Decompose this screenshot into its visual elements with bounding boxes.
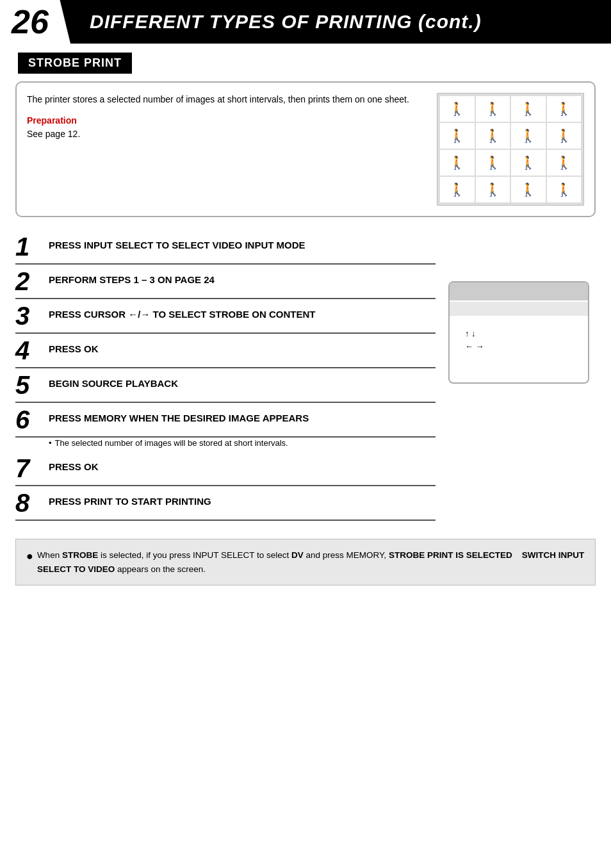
bottom-note-text: When STROBE is selected, if you press IN… <box>37 548 585 576</box>
bold-strobe: STROBE <box>62 550 98 560</box>
grid-cell: 🚶 <box>547 96 582 122</box>
step-row-8: 8 PRESS PRINT TO START PRINTING <box>15 486 436 521</box>
grid-cell: 🚶 <box>440 96 475 122</box>
step-text-8: PRESS PRINT TO START PRINTING <box>49 491 211 508</box>
step-number-6: 6 <box>15 407 44 432</box>
step-row-3: 3 PRESS CURSOR ←/→ TO SELECT STROBE ON C… <box>15 299 436 334</box>
bottom-note: ● When STROBE is selected, if you press … <box>15 539 596 585</box>
arrow-line1: ↑ ↓ <box>465 327 476 340</box>
step-row-7: 7 PRESS OK <box>15 452 436 486</box>
bold-message: STROBE PRINT IS SELECTED SWITCH INPUT SE… <box>37 550 584 574</box>
step-text-6: PRESS MEMORY WHEN THE DESIRED IMAGE APPE… <box>49 408 309 425</box>
step-note-6: The selected number of images will be st… <box>15 438 436 452</box>
screen-arrows: ↑ ↓ ← → <box>450 316 588 364</box>
grid-cell: 🚶 <box>511 123 546 149</box>
page-title: DIFFERENT TYPES OF PRINTING (cont.) <box>70 11 482 33</box>
prep-detail: See page 12. <box>27 129 80 139</box>
intro-body: The printer stores a selected number of … <box>27 94 409 104</box>
step-number-1: 1 <box>15 234 44 259</box>
steps-area: 1 PRESS INPUT SELECT TO SELECT VIDEO INP… <box>15 230 596 521</box>
grid-cell: 🚶 <box>547 150 582 176</box>
grid-cell: 🚶 <box>511 96 546 122</box>
step-number-2: 2 <box>15 268 44 294</box>
step-number-5: 5 <box>15 372 44 398</box>
grid-cell: 🚶 <box>511 150 546 176</box>
step-row-4: 4 PRESS OK <box>15 334 436 368</box>
page-header: 26 DIFFERENT TYPES OF PRINTING (cont.) <box>0 0 611 44</box>
step-number-7: 7 <box>15 455 44 481</box>
arrow-line2: ← → <box>465 340 484 353</box>
screen-top-bar <box>450 283 588 300</box>
bold-dv: DV <box>291 550 304 560</box>
step-row-6: 6 PRESS MEMORY WHEN THE DESIRED IMAGE AP… <box>15 403 436 438</box>
step-text-5: BEGIN SOURCE PLAYBACK <box>49 373 178 390</box>
step-text-4: PRESS OK <box>49 339 99 356</box>
intro-text: The printer stores a selected number of … <box>27 93 424 206</box>
step-row-1: 1 PRESS INPUT SELECT TO SELECT VIDEO INP… <box>15 230 436 265</box>
grid-cell: 🚶 <box>547 177 582 202</box>
steps-list: 1 PRESS INPUT SELECT TO SELECT VIDEO INP… <box>15 230 436 521</box>
steps-right-panel: ↑ ↓ ← → <box>448 230 596 521</box>
step-text-1: PRESS INPUT SELECT TO SELECT VIDEO INPUT… <box>49 235 306 252</box>
step-row-2: 2 PERFORM STEPS 1 – 3 ON PAGE 24 <box>15 265 436 299</box>
screen-mid-bar <box>450 302 588 316</box>
bullet-dot: ● <box>26 547 33 566</box>
screen-mockup: ↑ ↓ ← → <box>448 281 589 384</box>
grid-cell: 🚶 <box>440 177 475 202</box>
intro-image-grid: 🚶 🚶 🚶 🚶 🚶 🚶 🚶 🚶 🚶 🚶 🚶 🚶 🚶 🚶 🚶 🚶 <box>437 93 584 206</box>
step-number-8: 8 <box>15 490 44 516</box>
step-number-3: 3 <box>15 303 44 329</box>
grid-cell: 🚶 <box>476 150 510 176</box>
prep-label: Preparation <box>27 114 424 127</box>
step-number-4: 4 <box>15 338 44 363</box>
grid-cell: 🚶 <box>476 177 510 202</box>
step-text-3: PRESS CURSOR ←/→ TO SELECT STROBE ON CON… <box>49 304 315 321</box>
step-row-5: 5 BEGIN SOURCE PLAYBACK <box>15 368 436 403</box>
step-text-2: PERFORM STEPS 1 – 3 ON PAGE 24 <box>49 270 215 286</box>
grid-cell: 🚶 <box>547 123 582 149</box>
grid-cell: 🚶 <box>511 177 546 202</box>
page-number: 26 <box>0 0 70 44</box>
grid-cell: 🚶 <box>476 96 510 122</box>
step-text-7: PRESS OK <box>49 457 99 473</box>
grid-cell: 🚶 <box>440 150 475 176</box>
section-badge: STROBE PRINT <box>18 53 132 74</box>
intro-box: The printer stores a selected number of … <box>15 81 596 217</box>
grid-cell: 🚶 <box>476 123 510 149</box>
bottom-note-bullet: ● When STROBE is selected, if you press … <box>26 548 585 576</box>
grid-cell: 🚶 <box>440 123 475 149</box>
